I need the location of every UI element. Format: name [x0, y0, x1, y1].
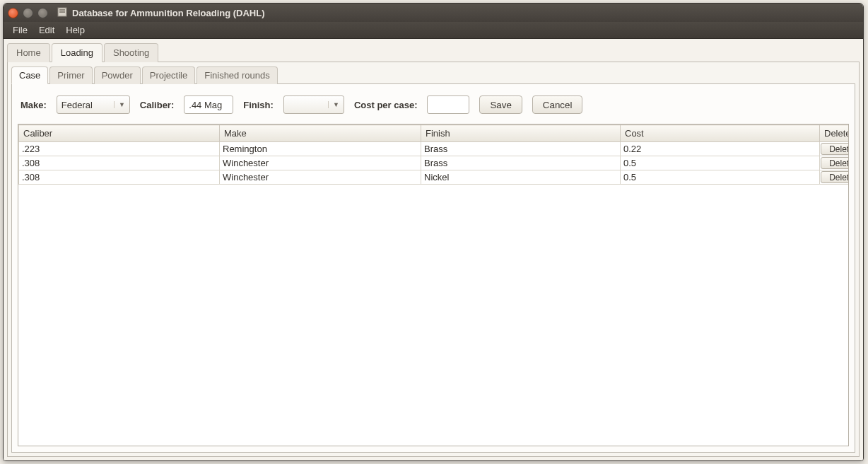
- subtab-primer[interactable]: Primer: [49, 66, 92, 84]
- cost-label: Cost per case:: [354, 100, 418, 110]
- save-button[interactable]: Save: [479, 95, 522, 114]
- maximize-icon[interactable]: [37, 8, 48, 18]
- chevron-down-icon: ▼: [114, 101, 125, 108]
- cell-caliber: .308: [19, 170, 220, 185]
- cell-make: Remington: [220, 142, 421, 156]
- menu-help[interactable]: Help: [61, 23, 90, 37]
- subtab-projectile[interactable]: Projectile: [142, 66, 195, 84]
- cell-make: Winchester: [220, 170, 421, 185]
- table-row[interactable]: .223RemingtonBrass0.22Delete: [19, 142, 850, 156]
- cell-cost: 0.5: [621, 170, 820, 185]
- table-row[interactable]: .308WinchesterNickel0.5Delete: [19, 170, 850, 185]
- col-cost[interactable]: Cost: [621, 125, 820, 142]
- chevron-down-icon: ▼: [328, 101, 339, 108]
- cell-cost: 0.22: [621, 142, 820, 156]
- sub-tabbar: Case Primer Powder Projectile Finished r…: [11, 66, 855, 84]
- make-value: Federal: [61, 100, 93, 110]
- delete-button[interactable]: Delete: [821, 157, 849, 169]
- menubar: File Edit Help: [4, 22, 863, 39]
- minimize-icon[interactable]: [23, 8, 33, 18]
- subtab-finished-rounds[interactable]: Finished rounds: [197, 66, 278, 84]
- case-panel: Make: Federal ▼ Caliber: .44 Mag Finish:…: [11, 84, 855, 453]
- case-form: Make: Federal ▼ Caliber: .44 Mag Finish:…: [18, 91, 849, 124]
- cell-finish: Nickel: [421, 170, 621, 185]
- cell-delete: Delete: [820, 170, 850, 185]
- subtab-case[interactable]: Case: [11, 66, 48, 84]
- svg-rect-2: [59, 11, 65, 13]
- col-make[interactable]: Make: [220, 125, 421, 142]
- delete-button[interactable]: Delete: [821, 143, 849, 155]
- cell-finish: Brass: [421, 156, 621, 170]
- case-table: Caliber Make Finish Cost Delete .223Remi…: [18, 124, 849, 446]
- app-icon: [57, 6, 68, 20]
- make-label: Make:: [20, 100, 47, 110]
- caliber-label: Caliber:: [140, 100, 174, 110]
- main-tabbar: Home Loading Shooting: [7, 42, 860, 62]
- loading-panel: Case Primer Powder Projectile Finished r…: [7, 62, 860, 457]
- col-finish[interactable]: Finish: [421, 125, 621, 142]
- col-caliber[interactable]: Caliber: [19, 125, 220, 142]
- caliber-value: .44 Mag: [189, 100, 222, 110]
- tab-loading[interactable]: Loading: [52, 43, 102, 62]
- tab-shooting[interactable]: Shooting: [104, 43, 158, 62]
- cell-make: Winchester: [220, 156, 421, 170]
- close-icon[interactable]: [8, 8, 18, 18]
- menu-file[interactable]: File: [8, 23, 33, 37]
- cost-input[interactable]: [427, 95, 469, 114]
- app-window: Database for Ammunition Reloading (DAHL)…: [3, 3, 864, 461]
- table-row[interactable]: .308WinchesterBrass0.5Delete: [19, 156, 850, 170]
- window-title: Database for Ammunition Reloading (DAHL): [72, 8, 265, 18]
- cell-caliber: .308: [19, 156, 220, 170]
- cell-delete: Delete: [820, 156, 850, 170]
- cell-finish: Brass: [421, 142, 621, 156]
- menu-edit[interactable]: Edit: [34, 23, 59, 37]
- cancel-button[interactable]: Cancel: [532, 95, 583, 114]
- titlebar: Database for Ammunition Reloading (DAHL): [4, 4, 863, 22]
- col-delete[interactable]: Delete: [820, 125, 850, 142]
- caliber-input[interactable]: .44 Mag: [184, 95, 233, 114]
- cell-delete: Delete: [820, 142, 850, 156]
- finish-label: Finish:: [243, 100, 274, 110]
- finish-select[interactable]: ▼: [283, 95, 344, 114]
- cell-caliber: .223: [19, 142, 220, 156]
- svg-rect-1: [59, 9, 65, 11]
- cell-cost: 0.5: [621, 156, 820, 170]
- content-area: Home Loading Shooting Case Primer Powder…: [4, 39, 863, 460]
- table-header-row: Caliber Make Finish Cost Delete: [19, 125, 850, 142]
- subtab-powder[interactable]: Powder: [94, 66, 141, 84]
- delete-button[interactable]: Delete: [821, 171, 849, 183]
- tab-home[interactable]: Home: [7, 43, 50, 62]
- make-select[interactable]: Federal ▼: [57, 95, 130, 114]
